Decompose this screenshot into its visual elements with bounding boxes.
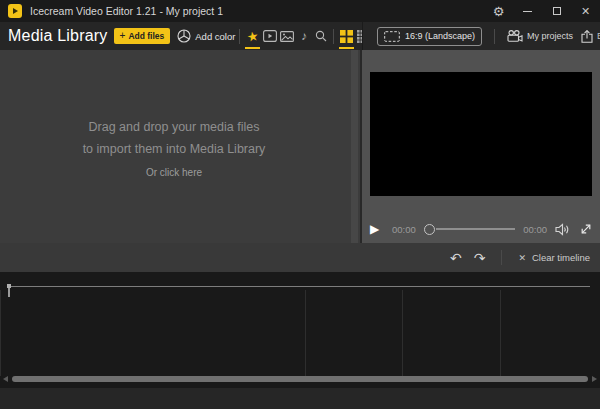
aspect-frame-icon [384,31,400,42]
fullscreen-button[interactable] [580,223,592,235]
aspect-ratio-button[interactable]: 16:9 (Landscape) [377,27,482,46]
maximize-icon [553,7,561,15]
dropzone[interactable]: Drag and drop your media files to import… [0,116,348,179]
plus-icon: + [120,31,126,41]
timeline-actions-bar: ↶ ↷ ✕ Clear timeline [0,243,600,272]
close-icon: ✕ [581,5,590,18]
add-files-button[interactable]: + Add files [114,28,171,44]
my-projects-button[interactable]: My projects [507,30,573,42]
close-button[interactable]: ✕ [571,0,600,22]
tab-images[interactable] [278,22,295,50]
tab-audio[interactable]: ♪ [295,22,312,50]
large-grid-icon [340,30,353,43]
titlebar: Icecream Video Editor 1.21 - My project … [0,0,600,22]
small-grid-icon [357,30,362,43]
star-icon: ★ [246,29,260,44]
timeline-scrollbar-thumb[interactable] [12,376,588,382]
window-controls: ⚙ ✕ [484,0,600,22]
add-color-button[interactable]: Add color [177,29,235,43]
window-title: Icecream Video Editor 1.21 - My project … [30,5,223,17]
timeline-scrollbar [0,375,600,383]
volume-button[interactable] [555,223,572,236]
undo-icon: ↶ [450,250,462,266]
add-color-label: Add color [195,31,235,42]
redo-button[interactable]: ↷ [474,251,486,265]
toolbar: Media Library + Add files Add color [0,22,600,50]
seek-track[interactable] [436,228,515,230]
seek-thumb[interactable] [424,224,435,235]
main-content: Drag and drop your media files to import… [0,50,600,243]
undo-button[interactable]: ↶ [450,251,462,265]
divider [333,29,334,44]
divider [494,29,495,44]
library-panel-title: Media Library [8,27,108,45]
export-icon [581,30,593,43]
music-note-icon: ♪ [301,30,307,42]
tab-favorites[interactable]: ★ [244,22,261,50]
clear-timeline-button[interactable]: ✕ Clear timeline [518,252,590,263]
dropzone-line1: Drag and drop your media files [0,116,348,138]
app-logo-icon [8,4,22,18]
add-files-label: Add files [128,31,164,41]
scroll-left-arrow[interactable] [3,376,8,382]
minimize-button[interactable] [513,0,542,22]
movie-camera-icon [507,30,523,42]
redo-icon: ↷ [474,250,486,266]
preview-panel: ▶ 00:00 00:00 [362,50,600,243]
clear-timeline-label: Clear timeline [532,252,590,263]
view-small-grid-button[interactable] [355,22,362,50]
play-button[interactable]: ▶ [370,223,384,235]
timeline-track-divider [0,290,1,376]
divider [239,29,240,44]
image-file-icon [280,31,294,42]
maximize-button[interactable] [542,0,571,22]
total-time: 00:00 [523,224,547,235]
scroll-right-arrow[interactable] [592,376,597,382]
play-icon: ▶ [370,222,379,236]
timeline-track-divider [500,290,501,376]
settings-button[interactable]: ⚙ [484,0,513,22]
gear-icon: ⚙ [493,5,505,18]
library-scrollbar[interactable] [351,50,358,243]
video-file-icon [263,30,277,42]
preview-toolbar: 16:9 (Landscape) My projects [362,22,600,50]
color-wheel-icon [177,29,191,43]
library-toolbar: Media Library + Add files Add color [0,22,362,50]
export-video-button[interactable]: Export video [581,30,600,43]
search-icon [315,30,327,42]
video-preview-screen [370,72,592,196]
clear-x-icon: ✕ [518,253,526,263]
timeline-playhead[interactable] [8,284,10,297]
bottom-strip [0,388,600,409]
player-controls: ▶ 00:00 00:00 [370,212,592,246]
seek-bar[interactable] [424,224,515,235]
current-time: 00:00 [392,224,416,235]
tab-videos[interactable] [261,22,278,50]
dropzone-line2: to import them into Media Library [0,138,348,160]
timeline-ruler [9,286,590,287]
minimize-icon [523,11,532,12]
aspect-ratio-label: 16:9 (Landscape) [405,31,475,41]
media-library-panel: Drag and drop your media files to import… [0,50,362,243]
timeline-track-divider [402,290,403,376]
search-button[interactable] [312,22,329,50]
expand-arrow-icon [580,223,592,235]
timeline-track-divider [305,290,306,376]
timeline [0,272,600,388]
view-large-grid-button[interactable] [338,22,355,50]
my-projects-label: My projects [527,31,573,41]
speaker-icon [555,223,572,236]
divider [501,250,502,265]
dropzone-click-here[interactable]: Or click here [0,167,348,179]
app-window: Icecream Video Editor 1.21 - My project … [0,0,600,409]
